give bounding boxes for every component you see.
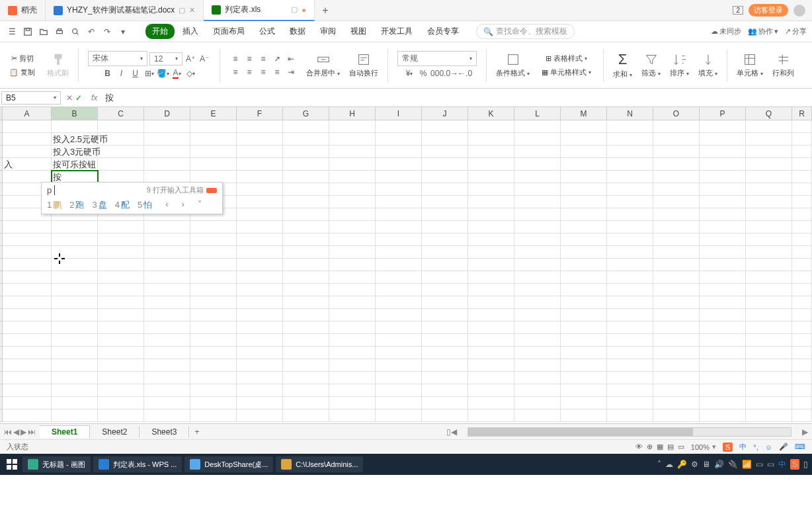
cell-E13[interactable] bbox=[190, 271, 237, 284]
cell-D12[interactable] bbox=[144, 259, 190, 271]
cell-H20[interactable] bbox=[329, 359, 376, 372]
cell-K5[interactable] bbox=[468, 171, 514, 183]
cell-F13[interactable] bbox=[237, 271, 283, 284]
cell-M8[interactable] bbox=[561, 208, 607, 221]
cell-C3[interactable] bbox=[98, 146, 144, 158]
cell-D17[interactable] bbox=[144, 321, 190, 334]
cell-K20[interactable] bbox=[468, 359, 514, 372]
task-paint[interactable]: 无标题 - 画图 bbox=[22, 456, 91, 472]
cell-C22[interactable] bbox=[98, 384, 144, 397]
cell-F8[interactable] bbox=[237, 208, 283, 221]
cell-H6[interactable] bbox=[329, 183, 376, 196]
cell-J4[interactable] bbox=[422, 158, 468, 171]
italic-button[interactable]: I bbox=[116, 67, 128, 79]
cell-H7[interactable] bbox=[329, 196, 376, 208]
cell-G5[interactable] bbox=[283, 171, 329, 183]
eye-icon[interactable]: 👁 bbox=[635, 443, 643, 451]
cell-E22[interactable] bbox=[190, 384, 237, 397]
cell-L9[interactable] bbox=[514, 221, 561, 233]
tab-restore-icon[interactable]: ▢ bbox=[179, 6, 185, 15]
cell-B24[interactable] bbox=[52, 409, 98, 422]
cell-E1[interactable] bbox=[190, 120, 237, 133]
cell-O14[interactable] bbox=[653, 284, 700, 296]
bold-button[interactable]: B bbox=[102, 67, 114, 79]
menu-layout[interactable]: 页面布局 bbox=[206, 24, 251, 39]
sync-status[interactable]: ☁ 未同步 bbox=[711, 26, 741, 36]
cell-M9[interactable] bbox=[561, 221, 607, 233]
fill-color-button[interactable]: 🪣▾ bbox=[157, 67, 169, 79]
cell-I7[interactable] bbox=[376, 196, 422, 208]
cell-L23[interactable] bbox=[514, 397, 561, 409]
cell-J13[interactable] bbox=[422, 271, 468, 284]
cell-M24[interactable] bbox=[561, 409, 607, 422]
cell-J5[interactable] bbox=[422, 171, 468, 183]
cell-G9[interactable] bbox=[283, 221, 329, 233]
cell-P22[interactable] bbox=[700, 384, 746, 397]
name-box[interactable]: B5▾ bbox=[1, 91, 61, 105]
cell-L11[interactable] bbox=[514, 246, 561, 259]
cell-D14[interactable] bbox=[144, 284, 190, 296]
cell-M23[interactable] bbox=[561, 397, 607, 409]
cell-Q17[interactable] bbox=[746, 321, 792, 334]
align-left-icon[interactable]: ≡ bbox=[229, 66, 241, 78]
accept-formula-icon[interactable]: ✓ bbox=[75, 93, 82, 103]
cell-F17[interactable] bbox=[237, 321, 283, 334]
dec-dec-icon[interactable]: ←.0 bbox=[459, 67, 471, 79]
col-header-H[interactable]: H bbox=[329, 107, 376, 120]
cell-M10[interactable] bbox=[561, 233, 607, 246]
cell-N9[interactable] bbox=[607, 221, 653, 233]
cell-C21[interactable] bbox=[98, 372, 144, 384]
cell-B19[interactable] bbox=[52, 347, 98, 359]
cell-M3[interactable] bbox=[561, 146, 607, 158]
cell-O17[interactable] bbox=[653, 321, 700, 334]
cell-O5[interactable] bbox=[653, 171, 700, 183]
avatar-icon[interactable] bbox=[793, 5, 805, 17]
increase-font-icon[interactable]: A⁺ bbox=[184, 53, 196, 65]
cell-I8[interactable] bbox=[376, 208, 422, 221]
col-header-A[interactable]: A bbox=[3, 107, 52, 120]
cell-A12[interactable] bbox=[3, 259, 52, 271]
sheet-tab-2[interactable]: Sheet2 bbox=[90, 426, 140, 438]
cell-K22[interactable] bbox=[468, 384, 514, 397]
menu-review[interactable]: 审阅 bbox=[313, 24, 343, 39]
col-header-Q[interactable]: Q bbox=[746, 107, 792, 120]
cell-O16[interactable] bbox=[653, 309, 700, 321]
cell-M5[interactable] bbox=[561, 171, 607, 183]
cell-G10[interactable] bbox=[283, 233, 329, 246]
cell-K24[interactable] bbox=[468, 409, 514, 422]
cell-J12[interactable] bbox=[422, 259, 468, 271]
cell-N19[interactable] bbox=[607, 347, 653, 359]
cell-M6[interactable] bbox=[561, 183, 607, 196]
cell-R20[interactable] bbox=[792, 359, 812, 372]
undo-icon[interactable]: ↶ bbox=[85, 25, 98, 38]
cell-R21[interactable] bbox=[792, 372, 812, 384]
cell-F10[interactable] bbox=[237, 233, 283, 246]
copy-button[interactable]: 📋 复制 bbox=[7, 66, 38, 79]
col-header-K[interactable]: K bbox=[468, 107, 514, 120]
cell-C1[interactable] bbox=[98, 120, 144, 133]
view-normal-icon[interactable]: ▦ bbox=[657, 443, 663, 451]
cell-R18[interactable] bbox=[792, 334, 812, 347]
col-header-G[interactable]: G bbox=[283, 107, 329, 120]
cell-O10[interactable] bbox=[653, 233, 700, 246]
cell-F23[interactable] bbox=[237, 397, 283, 409]
cell-H11[interactable] bbox=[329, 246, 376, 259]
cell-O12[interactable] bbox=[653, 259, 700, 271]
cell-H3[interactable] bbox=[329, 146, 376, 158]
cell-R12[interactable] bbox=[792, 259, 812, 271]
cell-Q7[interactable] bbox=[746, 196, 792, 208]
cell-C23[interactable] bbox=[98, 397, 144, 409]
cell-I21[interactable] bbox=[376, 372, 422, 384]
cell-F7[interactable] bbox=[237, 196, 283, 208]
sheet-tab-1[interactable]: Sheet1 bbox=[40, 425, 90, 438]
cell-E16[interactable] bbox=[190, 309, 237, 321]
cell-O2[interactable] bbox=[653, 133, 700, 146]
cell-G6[interactable] bbox=[283, 183, 329, 196]
cell-L7[interactable] bbox=[514, 196, 561, 208]
cell-M11[interactable] bbox=[561, 246, 607, 259]
cell-F5[interactable] bbox=[237, 171, 283, 183]
cell-D19[interactable] bbox=[144, 347, 190, 359]
hscroll-right-icon[interactable]: ▶ bbox=[798, 427, 812, 437]
cell-G3[interactable] bbox=[283, 146, 329, 158]
cell-M20[interactable] bbox=[561, 359, 607, 372]
